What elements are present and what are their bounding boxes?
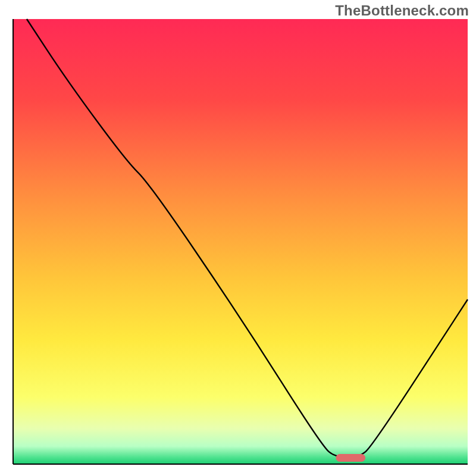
bottleneck-chart: TheBottleneck.com bbox=[0, 0, 476, 476]
watermark-text: TheBottleneck.com bbox=[335, 2, 469, 19]
chart-plot bbox=[0, 0, 476, 476]
optimal-marker bbox=[336, 454, 365, 462]
chart-background bbox=[13, 19, 468, 464]
